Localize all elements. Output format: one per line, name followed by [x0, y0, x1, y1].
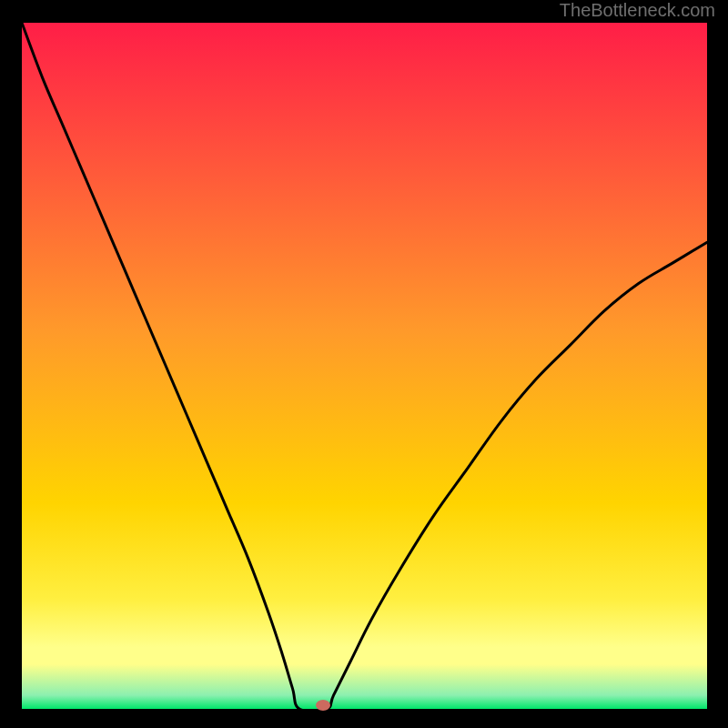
bottleneck-curve — [22, 23, 707, 709]
marker-dot — [316, 700, 330, 711]
watermark-text: TheBottleneck.com — [560, 0, 715, 21]
plot-area — [22, 23, 707, 709]
outer-frame: TheBottleneck.com — [0, 0, 728, 728]
